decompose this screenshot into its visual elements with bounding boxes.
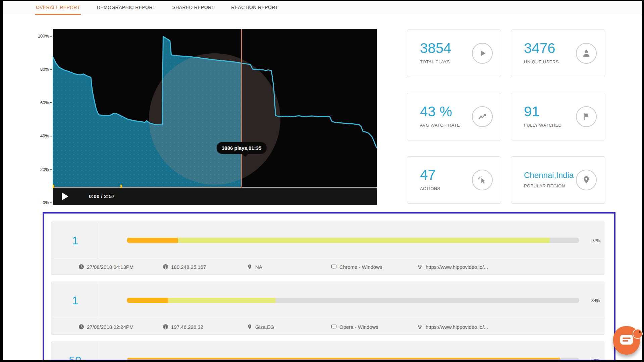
chat-bubble-icon bbox=[620, 335, 633, 345]
viewer-row-main: 1 97% bbox=[51, 222, 604, 259]
watermark-circle bbox=[149, 53, 280, 185]
viewer-log-row[interactable]: 1 97% 27/08/2018 04:13PM180.248.25.167NA… bbox=[51, 222, 604, 275]
y-axis-label: 80% bbox=[40, 67, 52, 72]
monitor-icon bbox=[331, 324, 337, 330]
viewer-ip: 197.46.226.32 bbox=[163, 324, 203, 330]
stat-card-avg-watch-rate: 43 % AVG WATCH RATE bbox=[407, 93, 501, 140]
view-count-cell: 1 bbox=[51, 222, 99, 259]
tab-demographic-report[interactable]: DEMOGRAPHIC REPORT bbox=[96, 1, 156, 15]
view-datetime: 27/08/2018 02:24PM bbox=[78, 324, 133, 330]
watch-bar-segment bbox=[127, 358, 560, 361]
viewer-log-row[interactable]: 59 99% bbox=[51, 342, 604, 361]
video-time-label: 0:00 / 2:57 bbox=[89, 193, 115, 199]
play-icon bbox=[472, 43, 493, 64]
watch-percent: 99% bbox=[584, 358, 600, 361]
viewer-log-row[interactable]: 1 34% 27/08/2018 02:24PM197.46.226.32Giz… bbox=[51, 282, 604, 335]
view-count-cell: 1 bbox=[51, 282, 99, 319]
y-axis-label: 60% bbox=[40, 100, 52, 105]
source-url[interactable]: https://www.hippovideo.io/... bbox=[417, 324, 488, 330]
watch-bar-segment bbox=[127, 238, 178, 243]
watch-bar-area: 97% bbox=[99, 222, 604, 259]
broadcast-icon bbox=[417, 324, 423, 330]
view-count-cell: 59 bbox=[51, 342, 99, 361]
tab-overall-report[interactable]: OVERALL REPORT bbox=[35, 1, 81, 15]
viewer-browser: Chrome - Windows bbox=[331, 264, 382, 270]
stat-card-unique-users: 3476 UNIQUE USERS bbox=[511, 29, 605, 77]
view-count: 59 bbox=[69, 354, 82, 361]
trend-up-icon bbox=[472, 106, 493, 127]
watch-bar-track bbox=[127, 358, 579, 361]
stats-grid: 3854 TOTAL PLAYS 3476 UNIQUE USERS 43 % … bbox=[407, 29, 605, 204]
clock-icon bbox=[78, 264, 84, 270]
watch-percent: 34% bbox=[584, 298, 600, 303]
view-datetime: 27/08/2018 04:13PM bbox=[78, 264, 133, 270]
cursor-click-icon bbox=[472, 170, 493, 190]
viewer-location: Giza,EG bbox=[247, 324, 274, 330]
watch-bar-segment bbox=[178, 238, 550, 243]
view-count: 1 bbox=[72, 294, 78, 307]
watch-bar-track bbox=[127, 238, 579, 243]
watch-bar-segment bbox=[168, 298, 276, 303]
viewer-ip: 180.248.25.167 bbox=[163, 264, 206, 270]
chart-tooltip: 3886 plays,01:35 bbox=[217, 142, 266, 154]
chart-y-axis: 100%80%60%40%20%0% bbox=[32, 29, 52, 205]
clock-icon bbox=[78, 324, 84, 330]
viewer-row-main: 59 99% bbox=[51, 342, 604, 361]
user-icon bbox=[576, 43, 597, 64]
stat-card-total-plays: 3854 TOTAL PLAYS bbox=[407, 29, 501, 77]
y-axis-label: 40% bbox=[40, 133, 52, 138]
video-controls-bar: 0:00 / 2:57 bbox=[53, 188, 377, 205]
source-url[interactable]: https://www.hippovideo.io/... bbox=[417, 264, 488, 270]
viewer-log-section: 1 97% 27/08/2018 04:13PM180.248.25.167NA… bbox=[43, 212, 615, 361]
broadcast-icon bbox=[417, 264, 423, 270]
viewer-row-details: 27/08/2018 04:13PM180.248.25.167NAChrome… bbox=[51, 259, 604, 275]
location-pin-icon bbox=[576, 170, 597, 190]
globe-icon bbox=[163, 324, 168, 330]
location-pin-small-icon bbox=[247, 264, 253, 270]
retention-chart bbox=[53, 29, 377, 187]
watch-bar-area: 99% bbox=[99, 342, 604, 361]
watch-bar-segment bbox=[127, 298, 168, 303]
y-axis-label: 20% bbox=[40, 167, 52, 172]
flag-icon bbox=[576, 106, 597, 127]
watch-percent: 97% bbox=[584, 238, 600, 243]
report-tabs: OVERALL REPORTDEMOGRAPHIC REPORTSHARED R… bbox=[3, 1, 642, 15]
y-axis-label: 100% bbox=[38, 34, 52, 39]
video-player[interactable]: 3886 plays,01:35 0:00 / 2:57 bbox=[53, 29, 377, 205]
tab-reaction-report[interactable]: REACTION REPORT bbox=[230, 1, 279, 15]
globe-icon bbox=[163, 264, 168, 270]
stat-card-fully-watched: 91 FULLY WATCHED bbox=[511, 93, 605, 140]
stat-card-popular-region: Chennai,India POPULAR REGION bbox=[511, 156, 605, 204]
location-pin-small-icon bbox=[247, 324, 253, 330]
tab-shared-report[interactable]: SHARED REPORT bbox=[172, 1, 215, 15]
watch-bar-track bbox=[127, 298, 579, 303]
viewer-location: NA bbox=[247, 264, 262, 270]
chat-notification-badge bbox=[633, 329, 643, 339]
viewer-browser: Opera - Windows bbox=[331, 324, 378, 330]
viewer-row-details: 27/08/2018 02:24PM197.46.226.32Giza,EGOp… bbox=[51, 319, 604, 335]
play-button[interactable] bbox=[62, 192, 68, 200]
stat-card-actions: 47 ACTIONS bbox=[407, 156, 501, 204]
y-axis-label: 0% bbox=[43, 200, 52, 205]
playhead-marker-line[interactable] bbox=[241, 29, 242, 188]
watch-bar-area: 34% bbox=[99, 282, 604, 319]
monitor-icon bbox=[331, 264, 337, 270]
view-count: 1 bbox=[72, 234, 78, 247]
viewer-row-main: 1 34% bbox=[51, 282, 604, 319]
